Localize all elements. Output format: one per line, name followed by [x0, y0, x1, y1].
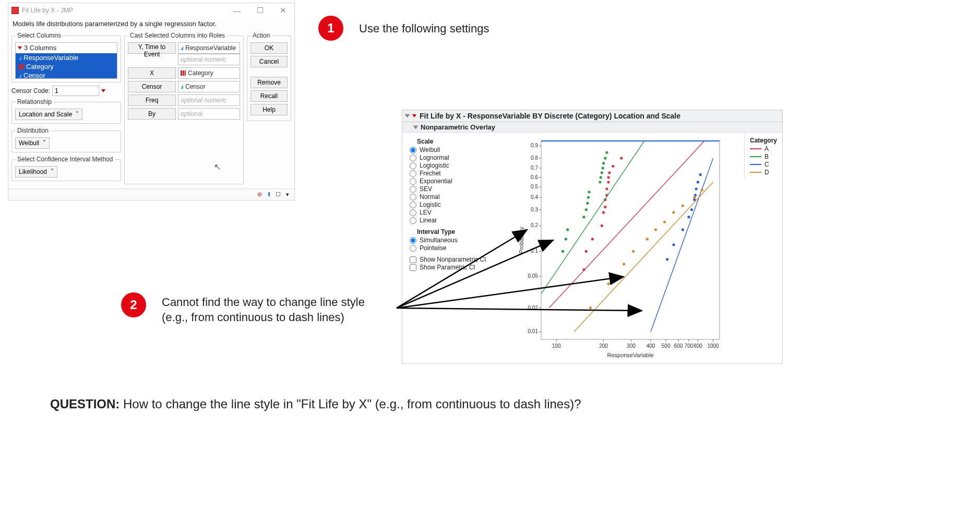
help-button[interactable]: Help [250, 104, 288, 115]
svg-line-78 [651, 158, 713, 332]
select-columns-legend: Select Columns [15, 32, 63, 39]
svg-point-98 [682, 204, 684, 207]
home-icon[interactable]: ⬆ [265, 191, 272, 198]
dialog-description: Models life distributions parameterized … [8, 18, 294, 32]
red-triangle-icon[interactable] [18, 46, 22, 50]
legend-swatch [750, 172, 761, 173]
column-item[interactable]: Category [16, 62, 117, 71]
freq-role-button[interactable]: Freq [128, 95, 176, 106]
svg-point-86 [695, 187, 698, 190]
scale-radio-lognormal[interactable] [410, 155, 416, 161]
scale-radio-normal[interactable] [410, 194, 416, 200]
scale-controls: Scale Weibull Lognormal Loglogistic Frec… [410, 136, 488, 360]
scale-radio-frechet[interactable] [410, 170, 416, 177]
distribution-group: Distribution Weibull ˅ [11, 127, 121, 152]
show-param-ci-label: Show Parametric CI [420, 264, 475, 271]
dialog-title: Fit Life by X - JMP [22, 7, 73, 14]
svg-text:0.5: 0.5 [531, 184, 538, 190]
legend-swatch [750, 156, 761, 157]
cast-roles-group: Cast Selected Columns into Roles Y, Time… [124, 32, 244, 184]
y-role-button[interactable]: Y, Time to Event [128, 42, 176, 54]
ok-button[interactable]: OK [250, 42, 288, 54]
step-badge-1: 1 [318, 16, 343, 41]
x-role-button[interactable]: X [128, 67, 176, 79]
show-param-ci-checkbox[interactable] [410, 264, 416, 271]
svg-point-82 [687, 216, 690, 218]
by-role-button[interactable]: By [128, 108, 176, 120]
y-role-placeholder[interactable]: optional numeric [178, 54, 240, 65]
error-icon[interactable]: ⊘ [256, 191, 263, 198]
recall-button[interactable]: Recall [250, 90, 288, 102]
red-triangle-icon[interactable] [101, 89, 105, 92]
legend-item[interactable]: B [750, 153, 777, 160]
scale-label: Lognormal [420, 154, 449, 161]
columns-list[interactable]: 3 Columns ResponseVariable Category Cens… [15, 42, 117, 79]
output-subtitle-bar[interactable]: Nonparametric Overlay [402, 122, 782, 133]
scale-label: Weibull [420, 146, 440, 154]
svg-point-69 [587, 196, 590, 198]
svg-point-52 [602, 211, 605, 214]
svg-point-63 [561, 250, 564, 253]
svg-point-94 [646, 238, 649, 240]
close-button[interactable]: ✕ [271, 3, 294, 18]
legend-item[interactable]: A [750, 145, 777, 152]
maximize-button[interactable]: ☐ [248, 3, 271, 18]
svg-text:800: 800 [694, 343, 702, 349]
freq-role-slot[interactable]: optional numeric [178, 95, 240, 106]
dialog-titlebar[interactable]: Fit Life by X - JMP — ☐ ✕ [8, 3, 294, 18]
column-item[interactable]: Censor [16, 71, 117, 79]
relationship-group: Relationship Location and Scale ˅ [11, 98, 121, 124]
output-title-bar[interactable]: Fit Life by X - ResponseVariable BY Disc… [402, 110, 782, 122]
column-item[interactable]: ResponseVariable [16, 53, 117, 62]
svg-line-62 [541, 136, 651, 294]
menu-triangle-icon[interactable]: ▾ [284, 191, 291, 198]
red-triangle-icon[interactable] [412, 114, 416, 117]
show-nonparam-ci-checkbox[interactable] [410, 256, 416, 263]
scale-radio-logistic[interactable] [410, 202, 416, 208]
legend-header: Category [750, 137, 777, 144]
scale-radio-lev[interactable] [410, 209, 416, 216]
remove-button[interactable]: Remove [250, 77, 288, 88]
disclosure-icon[interactable] [413, 125, 419, 129]
scale-label: Normal [420, 193, 440, 200]
square-icon[interactable]: ☐ [274, 191, 282, 198]
interval-radio-simultaneous[interactable] [410, 237, 416, 244]
probability-plot[interactable]: 10020030040050060070080010000.010.020.05… [493, 136, 779, 360]
nominal-icon [19, 64, 24, 69]
censor-code-input[interactable] [52, 86, 99, 96]
question-text: QUESTION: How to change the line style i… [50, 397, 581, 411]
plot-svg: 10020030040050060070080010000.010.020.05… [493, 136, 779, 360]
scale-radio-exponential[interactable] [410, 178, 416, 185]
svg-text:0.8: 0.8 [531, 155, 538, 161]
by-role-slot[interactable]: optional [178, 108, 240, 120]
svg-point-87 [697, 181, 699, 183]
censor-role-slot[interactable]: Censor [178, 81, 240, 92]
minimize-button[interactable]: — [225, 3, 248, 18]
svg-text:0.01: 0.01 [528, 328, 539, 334]
distribution-select[interactable]: Weibull ˅ [15, 137, 50, 149]
svg-point-74 [602, 167, 604, 169]
ci-select[interactable]: Likelihood ˅ [15, 166, 57, 178]
interval-radio-pointwise[interactable] [410, 245, 416, 252]
y-role-slot[interactable]: ResponseVariable [178, 42, 240, 54]
svg-point-96 [663, 221, 666, 223]
disclosure-icon[interactable] [405, 114, 410, 118]
svg-point-95 [654, 228, 657, 231]
svg-point-58 [607, 176, 609, 179]
scale-radio-loglogistic[interactable] [410, 162, 416, 169]
svg-point-97 [672, 211, 675, 214]
legend-item[interactable]: D [750, 169, 777, 176]
scale-radio-sev[interactable] [410, 186, 416, 193]
svg-text:0.4: 0.4 [531, 194, 538, 200]
cancel-button[interactable]: Cancel [250, 56, 288, 67]
x-role-slot[interactable]: Category [178, 67, 240, 79]
relationship-select[interactable]: Location and Scale ˅ [15, 109, 82, 120]
fit-life-output: Fit Life by X - ResponseVariable BY Disc… [402, 110, 783, 364]
scale-radio-weibull[interactable] [410, 147, 416, 154]
scale-radio-linear[interactable] [410, 217, 416, 224]
step-badge-2: 2 [121, 292, 146, 317]
svg-text:0.05: 0.05 [528, 273, 539, 279]
svg-text:0.02: 0.02 [528, 305, 539, 311]
censor-role-button[interactable]: Censor [128, 81, 176, 92]
legend-item[interactable]: C [750, 161, 777, 168]
